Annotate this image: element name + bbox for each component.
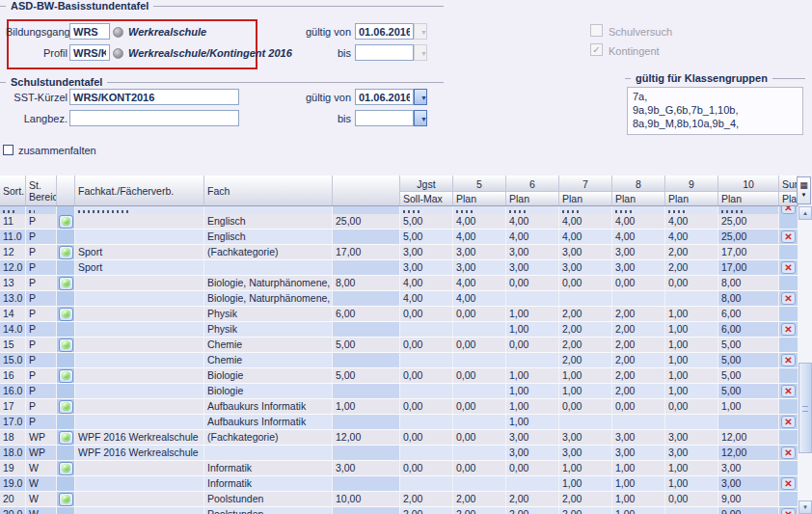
cell-sort[interactable]: 19 xyxy=(0,461,26,476)
cell-fach[interactable]: (Fachkategorie) xyxy=(204,245,333,260)
cell-p9[interactable]: 3,00 xyxy=(612,245,665,260)
cell-bereich[interactable]: P xyxy=(26,384,57,399)
cell-sort[interactable]: 20 xyxy=(0,492,26,507)
cell-p7[interactable]: 3,00 xyxy=(506,260,559,276)
delete-button x-icon[interactable]: ✕ xyxy=(781,508,796,514)
col-header-jgst[interactable]: Jgst xyxy=(400,176,453,192)
cell-sort[interactable]: 12.0 xyxy=(0,260,26,276)
cell-sort[interactable]: 11.0 xyxy=(0,230,26,245)
cell-summe[interactable]: 12,00 xyxy=(718,430,779,446)
cell-sollmax[interactable] xyxy=(333,384,400,399)
col-header-summe[interactable]: Summe xyxy=(779,176,798,192)
cell-p8[interactable]: 4,00 xyxy=(559,230,612,245)
cell-p10[interactable] xyxy=(665,507,718,514)
cell-fachkat[interactable] xyxy=(75,291,204,307)
profil-input[interactable] xyxy=(69,44,110,61)
cell-bereich[interactable]: P xyxy=(26,245,57,260)
cell-p7[interactable]: 4,00 xyxy=(506,230,559,245)
subheader-plan[interactable]: Plan xyxy=(779,192,798,205)
cell-p9[interactable] xyxy=(612,206,665,214)
add-button[interactable] xyxy=(59,338,73,352)
col-header-sort[interactable]: Sort. xyxy=(0,176,26,205)
cell-p5[interactable]: 5,00 xyxy=(400,230,453,245)
langbez-input[interactable] xyxy=(69,110,239,126)
delete-button x-icon[interactable]: ✕ xyxy=(781,206,796,214)
cell-p8[interactable]: 0,00 xyxy=(559,276,612,291)
cell-p8[interactable]: 2,00 xyxy=(559,322,612,338)
cell-fach[interactable]: Physik xyxy=(204,307,333,322)
cell-fachkat[interactable] xyxy=(75,415,204,430)
basis-bis-input[interactable] xyxy=(355,44,414,61)
cell-p8[interactable]: 2,00 xyxy=(559,492,612,507)
cell-sort[interactable]: 17 xyxy=(0,399,26,415)
cell-p6[interactable]: 0,00 xyxy=(453,399,506,415)
cell-sort[interactable]: 11 xyxy=(0,214,26,230)
scrollbar-thumb[interactable] xyxy=(798,363,812,453)
cell-p5[interactable]: 2,00 xyxy=(400,507,453,514)
cell-p7[interactable] xyxy=(506,476,559,492)
cell-bereich[interactable]: P xyxy=(26,291,57,307)
col-header-grade-6[interactable]: 6 xyxy=(506,176,559,192)
cell-fach[interactable]: Chemie xyxy=(204,353,333,368)
add-button[interactable] xyxy=(59,308,73,321)
cell-sollmax[interactable]: 5,00 xyxy=(333,338,400,353)
cell-bereich[interactable]: P xyxy=(26,230,57,245)
cell-p6[interactable]: 0,00 xyxy=(453,307,506,322)
cell-fach[interactable]: Englisch xyxy=(204,214,333,230)
cell-p9[interactable]: 1,00 xyxy=(612,476,665,492)
cell-p9[interactable] xyxy=(612,291,665,307)
cell-p5[interactable] xyxy=(400,476,453,492)
cell-sollmax[interactable] xyxy=(333,260,400,276)
delete-button x-icon[interactable]: ✕ xyxy=(781,477,796,490)
cell-p9[interactable]: 2,00 xyxy=(612,338,665,353)
scroll-up-button chevron-up-icon[interactable]: ▲ xyxy=(798,206,812,220)
cell-summe[interactable]: 5,00 xyxy=(718,338,779,353)
schul-gueltig-von-input[interactable] xyxy=(355,89,414,105)
cell-bereich[interactable]: WP xyxy=(26,430,57,446)
cell-p10[interactable]: 3,00 xyxy=(665,430,718,446)
cell-sort[interactable]: 15.0 xyxy=(0,353,26,368)
zusammenfalten-checkbox[interactable] xyxy=(3,145,14,155)
cell-p10[interactable]: 1,00 xyxy=(665,322,718,338)
cell-sort[interactable]: 19.0 xyxy=(0,476,26,492)
cell-sollmax[interactable] xyxy=(333,507,400,514)
cell-fach[interactable]: Poolstunden xyxy=(204,492,333,507)
cell-bereich[interactable]: WP xyxy=(26,446,57,461)
cell-p7[interactable] xyxy=(506,206,559,214)
cell-bereich[interactable]: P xyxy=(26,415,57,430)
cell-sort[interactable]: 12 xyxy=(0,245,26,260)
cell-p5[interactable]: 5,00 xyxy=(400,214,453,230)
column-chooser-button grid-icon[interactable]: ▦▼ xyxy=(797,176,811,204)
delete-button x-icon[interactable]: ✕ xyxy=(781,323,796,336)
cell-p6[interactable]: 2,00 xyxy=(453,507,506,514)
cell-p7[interactable]: 0,00 xyxy=(506,338,559,353)
cell-fachkat[interactable] xyxy=(75,476,204,492)
cell-summe[interactable]: 5,00 xyxy=(718,353,779,368)
cell-summe[interactable]: 5,00 xyxy=(718,384,779,399)
cell-p6[interactable] xyxy=(453,353,506,368)
vertical-scrollbar[interactable]: ▲ ▼ xyxy=(798,206,812,514)
cell-sollmax[interactable]: 17,00 xyxy=(333,245,400,260)
cell-bereich[interactable]: P xyxy=(26,322,57,338)
cell-p10[interactable]: 1,00 xyxy=(665,461,718,476)
cell-p7[interactable]: 2,00 xyxy=(506,492,559,507)
cell-p5[interactable]: 0,00 xyxy=(400,399,453,415)
cell-sollmax[interactable]: 1,00 xyxy=(333,399,400,415)
cell-summe[interactable]: 6,00 xyxy=(718,322,779,338)
cell-p5[interactable] xyxy=(400,206,453,214)
cell-p10[interactable]: 4,00 xyxy=(665,214,718,230)
cell-fach[interactable]: Biologie, Naturphänomene, T... xyxy=(204,276,333,291)
cell-fach[interactable]: Aufbaukurs Informatik xyxy=(204,415,333,430)
cell-p10[interactable]: 1,00 xyxy=(665,476,718,492)
cell-p10[interactable]: 3,00 xyxy=(665,446,718,461)
cell-p9[interactable]: 0,00 xyxy=(612,399,665,415)
cell-p10[interactable]: 0,00 xyxy=(665,399,718,415)
cell-fachkat[interactable] xyxy=(75,461,204,476)
cell-p9[interactable]: 1,00 xyxy=(612,461,665,476)
cell-sort[interactable]: 14 xyxy=(0,307,26,322)
cell-sollmax[interactable] xyxy=(333,291,400,307)
cell-fach[interactable]: Biologie xyxy=(204,368,333,384)
cell-summe[interactable]: 25,00 xyxy=(718,230,779,245)
cell-fachkat[interactable] xyxy=(75,368,204,384)
cell-p5[interactable] xyxy=(400,415,453,430)
